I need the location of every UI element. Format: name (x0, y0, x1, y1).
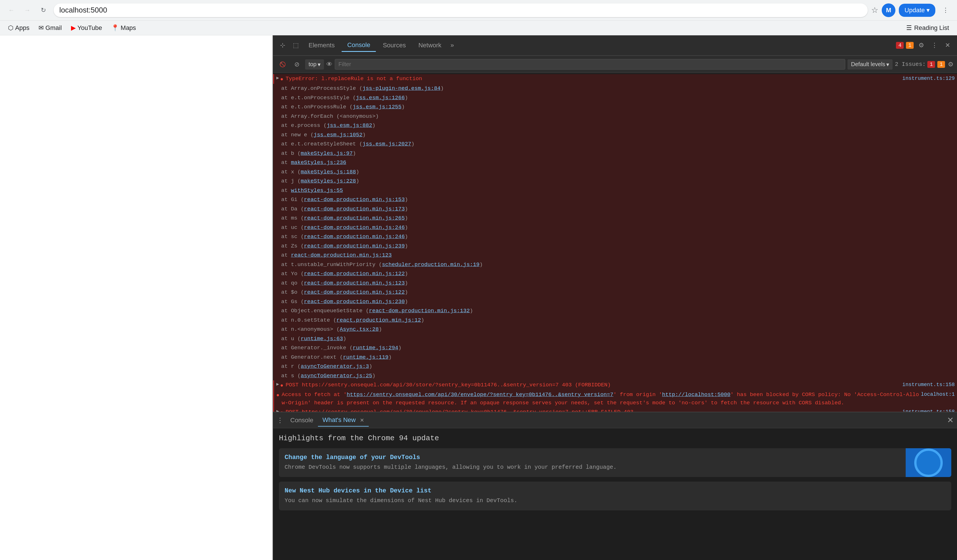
expand-arrow-icon[interactable]: ▶ (276, 75, 279, 82)
update-label: Update (905, 6, 925, 14)
tab-elements[interactable]: Elements (303, 39, 341, 51)
issues-count: 2 Issues: 1 1 (895, 61, 946, 68)
source-link[interactable]: jss-plugin-ned.esm.js:84 (362, 85, 441, 91)
source-link[interactable]: react-dom.production.min.js:123 (304, 280, 405, 286)
forward-button[interactable]: → (21, 3, 34, 17)
panel-tab-whats-new[interactable]: What's New ✕ (318, 414, 369, 427)
tab-network[interactable]: Network (413, 39, 447, 51)
source-link[interactable]: runtime.js:63 (300, 336, 343, 342)
menu-button[interactable]: ⋮ (939, 3, 952, 17)
live-expressions-button[interactable]: 👁 (326, 61, 333, 68)
context-dropdown[interactable]: top ▾ (305, 59, 324, 69)
source-link[interactable]: react-dom.production.min.js:246 (304, 224, 405, 231)
maps-bookmark[interactable]: 📍 Maps (108, 22, 139, 33)
source-link[interactable]: react-dom.production.min.js:123 (291, 252, 392, 258)
feature-card-title[interactable]: Change the language of your DevTools (284, 454, 900, 461)
console-stack-text: at x (makeStyles.js:188) (275, 168, 955, 176)
devtools-more-button[interactable]: ⋮ (929, 39, 940, 51)
source-link[interactable]: react-dom.production.min.js:132 (369, 308, 470, 314)
source-link[interactable]: react-dom.production.min.js:246 (304, 233, 405, 240)
console-stack-text: at ms (react-dom.production.min.js:265) (275, 214, 955, 222)
maps-label: Maps (121, 24, 136, 32)
source-link[interactable]: jss.esm.js:882 (327, 122, 373, 129)
youtube-bookmark[interactable]: ▶ YouTube (68, 22, 106, 33)
log-levels-dropdown[interactable]: Default levels ▾ (848, 59, 892, 69)
tab-sources-label: Sources (383, 42, 406, 49)
panel-menu-button[interactable]: ⋮ (276, 416, 283, 424)
apps-bookmark[interactable]: ⬡ Apps (5, 22, 33, 33)
source-link[interactable]: jss.esm.js:2027 (362, 141, 411, 147)
source-link[interactable]: react-dom.production.min.js:122 (304, 289, 405, 295)
devtools-responsive-button[interactable]: ⬚ (290, 39, 302, 51)
source-link[interactable]: jss.esm.js:1266 (356, 95, 405, 101)
tab-console[interactable]: Console (342, 39, 376, 52)
console-clear-button[interactable]: 🚫 (276, 58, 289, 71)
update-button[interactable]: Update ▾ (899, 4, 935, 17)
source-link[interactable]: react.production.min.js:12 (336, 317, 421, 323)
source-link[interactable]: withStyles.js:55 (291, 187, 343, 194)
console-filter-input[interactable] (335, 59, 845, 69)
console-output[interactable]: ▶ ● TypeError: l.replaceRule is not a fu… (273, 73, 957, 412)
expand-arrow-icon[interactable]: ▶ (276, 408, 279, 412)
feature-card-title[interactable]: New Nest Hub devices in the Device list (284, 487, 946, 494)
gmail-bookmark[interactable]: ✉ Gmail (35, 22, 65, 33)
reading-list[interactable]: ☰ Reading List (903, 22, 952, 33)
source-link[interactable]: makeStyles.js:188 (300, 169, 356, 175)
console-line: at Gs (react-dom.production.min.js:230) (273, 297, 957, 306)
console-stack-text: at Da (react-dom.production.min.js:173) (275, 205, 955, 213)
source-link[interactable]: jss.esm.js:1255 (353, 104, 401, 110)
responsive-icon: ⬚ (293, 42, 299, 49)
console-line: at Zs (react-dom.production.min.js:239) (273, 241, 957, 251)
source-link[interactable]: asyncToGenerator.js:3 (300, 363, 369, 369)
console-stack-text: at withStyles.js:55 (275, 186, 955, 195)
source-link[interactable]: makeStyles.js:228 (300, 178, 356, 184)
console-stack-text: at Generator.next (runtime.js:119) (275, 353, 955, 361)
console-line: at react-dom.production.min.js:123 (273, 251, 957, 260)
source-link[interactable]: makeStyles.js:236 (291, 159, 346, 166)
source-link[interactable]: Async.tsx:28 (340, 326, 379, 333)
reload-button[interactable]: ↻ (36, 3, 50, 17)
source-link[interactable]: makeStyles.js:97 (300, 150, 352, 156)
context-label: top (308, 61, 316, 68)
source-link[interactable]: scheduler.production.min.js:19 (382, 262, 479, 268)
console-location[interactable]: instrument.ts:158 (902, 408, 955, 412)
source-link[interactable]: react-dom.production.min.js:122 (304, 271, 405, 277)
address-bar[interactable] (54, 3, 868, 17)
tab-close-icon[interactable]: ✕ (360, 417, 364, 423)
tab-sources[interactable]: Sources (377, 39, 412, 51)
source-link[interactable]: asyncToGenerator.js:25 (300, 373, 372, 379)
bookmark-star-button[interactable]: ☆ (871, 5, 878, 15)
expand-arrow-icon[interactable]: ▶ (276, 381, 279, 388)
source-link[interactable]: react-dom.production.min.js:239 (304, 243, 405, 249)
source-link[interactable]: react-dom.production.min.js:265 (304, 215, 405, 221)
console-settings-button[interactable]: ⚙ (948, 61, 954, 68)
console-location[interactable]: instrument.ts:158 (902, 381, 955, 389)
source-link[interactable]: react-dom.production.min.js:173 (304, 206, 405, 212)
profile-button[interactable]: M (882, 3, 895, 17)
source-link[interactable]: runtime.js:119 (343, 354, 388, 360)
source-link[interactable]: https://sentry.onsequel.com/api/30/envel… (347, 391, 613, 398)
source-link[interactable]: jss.esm.js:1052 (314, 132, 362, 138)
panel-tab-console[interactable]: Console (286, 414, 318, 426)
source-link[interactable]: react-dom.production.min.js:153 (304, 196, 405, 203)
forward-icon: → (24, 6, 30, 14)
devtools-close-button[interactable]: ✕ (941, 39, 954, 51)
devtools-pointer-button[interactable]: ⊹ (276, 39, 289, 51)
console-stack-text: at Generator._invoke (runtime.js:294) (275, 344, 955, 352)
back-button[interactable]: ← (5, 3, 18, 17)
gmail-label: Gmail (45, 24, 62, 32)
console-filter-toggle[interactable]: ⊘ (291, 58, 303, 71)
page-content (0, 35, 273, 560)
reading-list-label: Reading List (914, 24, 949, 32)
source-link[interactable]: http://localhost:5000 (662, 391, 730, 398)
source-link[interactable]: runtime.js:294 (353, 345, 398, 351)
console-stack-text: at sc (react-dom.production.min.js:246) (275, 233, 955, 241)
panel-close-button[interactable]: ✕ (947, 415, 954, 425)
devtools-settings-button[interactable]: ⚙ (915, 39, 927, 51)
console-location[interactable]: instrument.ts:129 (902, 75, 955, 82)
console-location[interactable]: localhost:1 (921, 391, 955, 398)
more-tabs-button[interactable]: » (448, 39, 456, 51)
console-line: at makeStyles.js:236 (273, 158, 957, 167)
back-icon: ← (8, 6, 14, 14)
source-link[interactable]: react-dom.production.min.js:230 (304, 298, 405, 305)
